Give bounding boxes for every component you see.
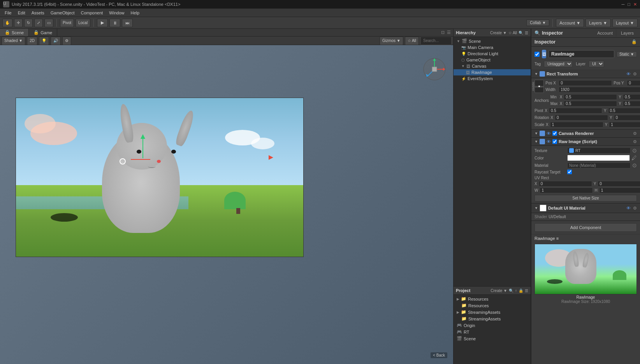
- hierarchy-light[interactable]: 💡 Directional Light: [454, 51, 531, 57]
- hand-tool[interactable]: ✋: [2, 19, 12, 27]
- project-search-icon[interactable]: 🔍: [509, 289, 513, 293]
- view-menu[interactable]: ☰: [447, 30, 451, 35]
- hierarchy-search-icon[interactable]: 🔍: [519, 31, 523, 35]
- hierarchy-camera[interactable]: 📷 Main Camera: [454, 44, 531, 51]
- raw-image-header[interactable]: ▼ 👁 Raw Image (Script) ⚙: [531, 138, 640, 146]
- menu-file[interactable]: File: [2, 10, 15, 16]
- back-btn[interactable]: < Back: [431, 352, 447, 358]
- material-select-btn[interactable]: ⊙: [632, 162, 637, 168]
- local-btn[interactable]: Local: [76, 19, 90, 27]
- tag-select[interactable]: Untagged: [544, 61, 573, 67]
- hierarchy-scene[interactable]: ▼ 🎬 Scene: [454, 38, 531, 44]
- canvas-eye[interactable]: 👁: [547, 131, 551, 136]
- canvas-renderer-header[interactable]: ▼ 👁 Canvas Renderer ⚙: [531, 130, 640, 138]
- anchor-max-x[interactable]: [564, 101, 617, 107]
- rect-eye[interactable]: 👁: [626, 72, 631, 76]
- maximize-btn[interactable]: □: [628, 2, 630, 7]
- menu-gameobject[interactable]: GameObject: [47, 10, 78, 16]
- hierarchy-menu[interactable]: ☰: [525, 31, 528, 35]
- hierarchy-create[interactable]: Create ▼: [490, 31, 507, 35]
- lighting-toggle[interactable]: 💡: [39, 37, 49, 45]
- add-component-btn[interactable]: Add Component: [535, 223, 637, 232]
- raycast-checkbox[interactable]: [567, 170, 572, 174]
- layers-tab[interactable]: Layers: [618, 29, 637, 37]
- canvas-checkbox[interactable]: [552, 131, 557, 136]
- layout-dropdown[interactable]: Layout ▼: [612, 19, 638, 27]
- default-material-header[interactable]: ▼ Default UI Material 👁 ⚙: [531, 203, 640, 213]
- rect-tool[interactable]: ▭: [44, 19, 53, 27]
- anchors-label[interactable]: Anchors: [535, 98, 549, 103]
- rot-y-input[interactable]: [614, 115, 640, 121]
- project-lock[interactable]: 🔒: [519, 289, 523, 293]
- mat-settings[interactable]: ⚙: [633, 206, 637, 211]
- hierarchy-canvas[interactable]: ▼ 🖼 Canvas: [454, 63, 531, 69]
- anchor-min-x[interactable]: [564, 94, 617, 100]
- hierarchy-eventsystem[interactable]: ⚡ EventSystem: [454, 75, 531, 82]
- raw-eye[interactable]: 👁: [547, 139, 551, 144]
- shading-dropdown[interactable]: Shaded ▼: [2, 37, 25, 45]
- rect-transform-header[interactable]: ▼ Rect Transform 👁 ⚙: [531, 70, 640, 78]
- rect-settings[interactable]: ⚙: [633, 72, 637, 77]
- width-input[interactable]: [559, 87, 640, 93]
- fx-toggle[interactable]: ⚙: [62, 37, 71, 45]
- project-origin[interactable]: 🎮 Origin: [454, 322, 531, 329]
- object-active-checkbox[interactable]: [535, 52, 540, 57]
- search-all[interactable]: ☆ All: [405, 37, 419, 45]
- tab-scene[interactable]: 🔒 Scene: [0, 29, 29, 36]
- view-maximize[interactable]: ⊡: [441, 30, 445, 35]
- menu-component[interactable]: Component: [77, 10, 106, 16]
- scale-x-input[interactable]: [550, 122, 603, 128]
- project-resources[interactable]: ▶ 📁 Resources: [454, 296, 531, 302]
- minimize-btn[interactable]: ─: [622, 2, 625, 7]
- tab-game[interactable]: 🔒 Game: [29, 29, 57, 36]
- hierarchy-rawimage[interactable]: 🖼 RawImage: [454, 69, 531, 75]
- pos-y-input[interactable]: [627, 80, 640, 86]
- anchor-max-y[interactable]: [623, 101, 640, 107]
- uv-y-input[interactable]: [598, 181, 640, 187]
- layer-select[interactable]: UI: [589, 61, 604, 67]
- rotate-tool[interactable]: ↻: [24, 19, 33, 27]
- menu-edit[interactable]: Edit: [15, 10, 28, 16]
- scale-y-input[interactable]: [609, 122, 640, 128]
- uv-x-input[interactable]: [539, 181, 592, 187]
- menu-help[interactable]: Help: [127, 10, 142, 16]
- scale-tool[interactable]: ⤢: [34, 19, 43, 27]
- account-dropdown[interactable]: Account ▼: [556, 19, 584, 27]
- project-streaming[interactable]: ▶ 📁 StreamingAssets: [454, 309, 531, 315]
- project-rt[interactable]: 🎮 RT: [454, 329, 531, 335]
- material-value[interactable]: None (Material): [567, 163, 631, 168]
- project-create[interactable]: Create ▼: [491, 289, 507, 293]
- scene-search[interactable]: [420, 37, 452, 45]
- project-up[interactable]: ↑: [515, 289, 517, 293]
- collab-btn[interactable]: Collab ▼: [526, 19, 549, 26]
- anchor-diagram[interactable]: center middle: [535, 80, 544, 93]
- project-scene[interactable]: 🎬 Scene: [454, 335, 531, 342]
- audio-toggle[interactable]: 🔊: [51, 37, 61, 45]
- step-btn[interactable]: ⏭: [122, 19, 133, 27]
- uv-w-input[interactable]: [540, 187, 593, 193]
- static-dropdown[interactable]: Static ▼: [617, 51, 637, 57]
- raw-settings[interactable]: ⚙: [633, 139, 637, 144]
- pivot-x-input[interactable]: [549, 108, 602, 114]
- move-tool[interactable]: ✛: [14, 19, 23, 27]
- rot-x-input[interactable]: [555, 115, 608, 121]
- project-menu[interactable]: ☰: [525, 289, 528, 293]
- set-native-size-btn[interactable]: Set Native Size: [535, 195, 637, 201]
- 2d-toggle[interactable]: 2D: [27, 37, 37, 45]
- raw-checkbox[interactable]: [552, 139, 557, 144]
- pivot-y-input[interactable]: [608, 108, 640, 114]
- hierarchy-all[interactable]: ☆ All: [508, 31, 517, 35]
- pivot-btn[interactable]: Pivot: [60, 19, 74, 27]
- pause-btn[interactable]: ⏸: [109, 19, 120, 27]
- gizmos-dropdown[interactable]: Gizmos ▼: [380, 37, 403, 45]
- canvas-settings[interactable]: ⚙: [633, 131, 637, 136]
- uv-h-input[interactable]: [599, 187, 640, 193]
- menu-window[interactable]: Window: [106, 10, 127, 16]
- project-streaming-sub[interactable]: 📁 StreamingAssets: [454, 315, 531, 322]
- pos-x-input[interactable]: [559, 80, 612, 86]
- layers-dropdown[interactable]: Layers ▼: [585, 19, 611, 27]
- scene-view[interactable]: < Back: [0, 45, 453, 364]
- color-select-btn[interactable]: 🖊: [631, 155, 637, 161]
- account-tab[interactable]: Account: [594, 29, 616, 37]
- project-resources-sub[interactable]: 📁 Resources: [454, 302, 531, 309]
